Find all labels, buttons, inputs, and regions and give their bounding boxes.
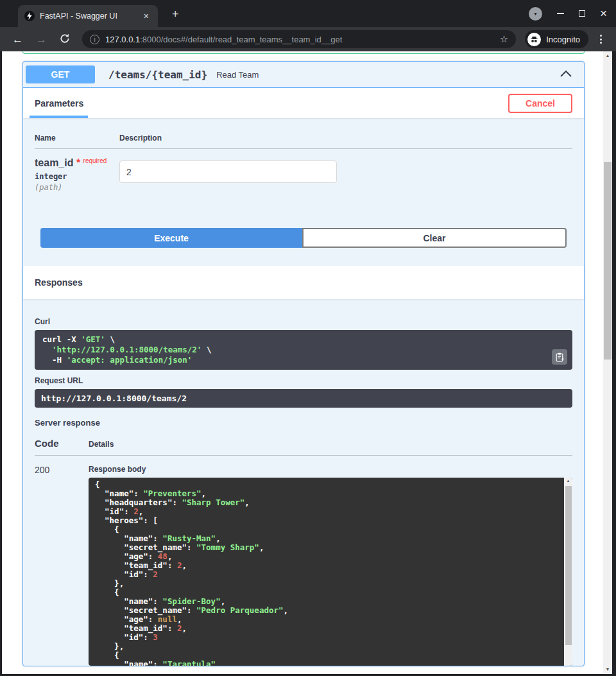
url-host: 127.0.0.1 <box>105 35 140 44</box>
required-asterisk: * <box>76 157 80 168</box>
response-body-json: { "name": "Preventers", "headquarters": … <box>95 480 556 666</box>
endpoint-summary: Read Team <box>216 70 259 80</box>
tab-strip: FastAPI - Swagger UI × + ▼ × <box>0 0 616 27</box>
tab-title: FastAPI - Swagger UI <box>40 12 136 21</box>
response-row: 200 Response body { "name": "Preventers"… <box>35 464 572 666</box>
response-column-headers: Code Details <box>35 438 572 456</box>
request-url-label: Request URL <box>35 376 572 385</box>
tab-parameters[interactable]: Parameters <box>35 88 83 118</box>
parameters-section: Name Description team_id * required inte… <box>23 118 584 192</box>
bookmark-star-icon[interactable]: ☆ <box>500 33 508 45</box>
scrollbar-down-icon[interactable]: ▼ <box>603 667 612 672</box>
responses-header-bar: Responses <box>23 266 584 299</box>
parameter-description-cell <box>119 157 337 192</box>
method-badge: GET <box>26 65 95 83</box>
page-scrollbar[interactable]: ▲ ▼ <box>603 51 612 674</box>
incognito-badge: Incognito <box>525 30 588 48</box>
browser-menu-icon[interactable] <box>592 32 608 46</box>
opblock-get-read-team: GET /teams/{team_id} Read Team Parameter… <box>22 61 585 666</box>
forward-icon[interactable]: → <box>31 34 51 45</box>
window-controls: ▼ × <box>529 6 607 21</box>
column-code: Code <box>35 438 89 449</box>
copy-to-clipboard-button[interactable] <box>552 349 567 365</box>
scrollbar-up-icon[interactable]: ▲ <box>564 479 572 483</box>
incognito-label: Incognito <box>546 35 580 44</box>
response-details-cell: Response body { "name": "Preventers", "h… <box>89 464 572 666</box>
new-tab-button[interactable]: + <box>168 6 183 22</box>
swagger-content: GET /teams/{team_id} Read Team Parameter… <box>22 51 585 666</box>
browser-tab[interactable]: FastAPI - Swagger UI × <box>18 5 158 27</box>
window-close-button[interactable]: × <box>600 9 607 18</box>
reload-icon[interactable] <box>55 33 74 46</box>
fastapi-favicon-icon <box>24 11 35 21</box>
url-text[interactable]: 127.0.0.1:8000/docs#/default/read_team_t… <box>105 35 494 44</box>
scrollbar-up-icon[interactable]: ▲ <box>603 53 612 58</box>
required-label: required <box>83 157 107 164</box>
execute-button[interactable]: Execute <box>40 228 302 248</box>
parameter-name: team_id * required <box>35 157 119 169</box>
parameters-column-headers: Name Description <box>35 134 572 143</box>
responses-heading: Responses <box>35 277 83 288</box>
browser-update-icon[interactable]: ▼ <box>529 7 542 21</box>
team-id-input[interactable] <box>119 160 337 183</box>
browser-toolbar: ← → i 127.0.0.1:8000/docs#/default/read_… <box>0 27 616 51</box>
endpoint-path: /teams/{team_id} <box>108 69 207 81</box>
execute-button-group: Execute Clear <box>40 228 567 248</box>
parameter-location: (path) <box>35 183 119 192</box>
parameters-label: Parameters <box>35 98 83 108</box>
curl-command-box: curl -X 'GET' \ 'http://127.0.0.1:8000/t… <box>35 330 572 370</box>
response-scrollbar-thumb[interactable] <box>565 486 572 645</box>
column-details: Details <box>89 440 114 449</box>
incognito-icon <box>527 33 541 46</box>
responses-section: Curl curl -X 'GET' \ 'http://127.0.0.1:8… <box>23 299 584 666</box>
site-info-icon[interactable]: i <box>90 35 99 44</box>
parameters-tab-bar: Parameters Cancel <box>23 88 584 118</box>
clear-button[interactable]: Clear <box>302 228 567 248</box>
parameter-row: team_id * required integer (path) <box>35 149 572 192</box>
status-code: 200 <box>35 464 89 666</box>
parameter-type: integer <box>35 172 119 181</box>
request-url-box: http://127.0.0.1:8000/teams/2 <box>35 389 572 408</box>
response-body-scrollbar[interactable]: ▲ <box>564 478 572 666</box>
column-description: Description <box>119 134 162 143</box>
request-url-value: http://127.0.0.1:8000/teams/2 <box>41 394 187 403</box>
minimize-button[interactable] <box>557 13 564 14</box>
back-icon[interactable]: ← <box>8 34 28 45</box>
cancel-button[interactable]: Cancel <box>508 94 572 113</box>
collapse-chevron-icon[interactable] <box>557 66 575 83</box>
tab-close-icon[interactable]: × <box>141 10 151 22</box>
server-response-label: Server response <box>35 418 572 428</box>
maximize-button[interactable] <box>579 10 585 17</box>
curl-label: Curl <box>35 317 572 326</box>
active-tab-underline <box>30 116 88 118</box>
parameter-name-cell: team_id * required integer (path) <box>35 157 119 192</box>
swagger-page: ▲ ▼ GET /teams/{team_id} Read Team <box>2 51 612 674</box>
previous-opblock-edge <box>22 51 585 54</box>
browser-window: FastAPI - Swagger UI × + ▼ × ← → i 127.0… <box>0 0 616 676</box>
column-name: Name <box>35 134 119 143</box>
page-scrollbar-thumb[interactable] <box>604 162 612 360</box>
response-body-label: Response body <box>89 465 572 474</box>
opblock-header[interactable]: GET /teams/{team_id} Read Team <box>23 62 584 88</box>
url-path: :8000/docs#/default/read_team_teams__tea… <box>140 35 342 44</box>
curl-command: curl -X 'GET' \ 'http://127.0.0.1:8000/t… <box>42 334 565 365</box>
address-bar[interactable]: i 127.0.0.1:8000/docs#/default/read_team… <box>82 30 516 48</box>
response-body-box[interactable]: { "name": "Preventers", "headquarters": … <box>89 478 572 666</box>
